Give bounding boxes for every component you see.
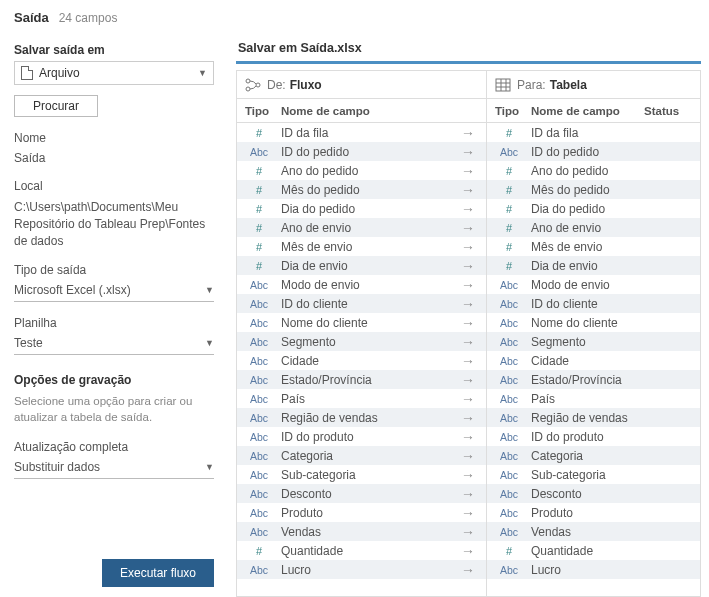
type-icon: Abc xyxy=(237,393,281,405)
table-row[interactable]: AbcProduto xyxy=(487,503,700,522)
table-row[interactable]: #Mês do pedido xyxy=(237,180,450,199)
chevron-down-icon: ▼ xyxy=(205,462,214,472)
table-row[interactable]: AbcDesconto xyxy=(487,484,700,503)
table-row[interactable]: AbcID do pedido xyxy=(237,142,450,161)
type-icon: # xyxy=(237,545,281,557)
output-type-value: Microsoft Excel (.xlsx) xyxy=(14,283,131,297)
table-row[interactable]: AbcVendas xyxy=(487,522,700,541)
table-row[interactable]: #Ano do pedido xyxy=(487,161,700,180)
type-icon: Abc xyxy=(487,374,531,386)
table-row[interactable]: AbcModo de envio xyxy=(487,275,700,294)
page-title: Saída xyxy=(14,10,49,25)
table-row[interactable]: AbcCategoria xyxy=(487,446,700,465)
arrow-icon: → xyxy=(450,503,486,522)
arrow-rows: →→→→→→→→→→→→→→→→→→→→→→→→ xyxy=(450,123,486,596)
table-row[interactable]: AbcEstado/Província xyxy=(237,370,450,389)
table-row[interactable]: AbcRegião de vendas xyxy=(237,408,450,427)
table-row[interactable]: AbcID do produto xyxy=(237,427,450,446)
table-row[interactable]: AbcEstado/Província xyxy=(487,370,700,389)
table-row[interactable]: AbcModo de envio xyxy=(237,275,450,294)
table-row[interactable]: #Mês do pedido xyxy=(487,180,700,199)
field-name: Lucro xyxy=(531,563,644,577)
table-row[interactable]: AbcCidade xyxy=(487,351,700,370)
flow-icon xyxy=(245,78,261,92)
arrow-icon: → xyxy=(450,408,486,427)
table-row[interactable]: AbcPaís xyxy=(237,389,450,408)
table-row[interactable]: AbcSub-categoria xyxy=(487,465,700,484)
full-refresh-select[interactable]: Substituir dados ▼ xyxy=(14,456,214,479)
field-name: Desconto xyxy=(281,487,450,501)
type-icon: Abc xyxy=(487,412,531,424)
browse-button[interactable]: Procurar xyxy=(14,95,98,117)
table-row[interactable]: AbcNome do cliente xyxy=(487,313,700,332)
table-row[interactable]: AbcLucro xyxy=(487,560,700,579)
table-row[interactable]: AbcDesconto xyxy=(237,484,450,503)
field-name: Segmento xyxy=(531,335,644,349)
table-icon xyxy=(495,78,511,92)
type-icon: # xyxy=(487,241,531,253)
location-label: Local xyxy=(14,179,214,193)
save-output-in-dropdown[interactable]: Arquivo ▼ xyxy=(14,61,214,85)
file-icon xyxy=(21,66,33,80)
table-row[interactable]: AbcID do produto xyxy=(487,427,700,446)
table-row[interactable]: #Quantidade xyxy=(487,541,700,560)
name-label: Nome xyxy=(14,131,214,145)
table-row[interactable]: AbcPaís xyxy=(487,389,700,408)
field-name: Ano do pedido xyxy=(281,164,450,178)
table-row[interactable]: #Dia do pedido xyxy=(237,199,450,218)
field-name: Vendas xyxy=(281,525,450,539)
type-icon: Abc xyxy=(237,279,281,291)
table-row[interactable]: #Dia de envio xyxy=(487,256,700,275)
table-row[interactable]: #Dia de envio xyxy=(237,256,450,275)
table-row[interactable]: AbcProduto xyxy=(237,503,450,522)
table-row[interactable]: AbcID do cliente xyxy=(487,294,700,313)
table-row[interactable]: #Dia do pedido xyxy=(487,199,700,218)
table-row[interactable]: #Mês de envio xyxy=(237,237,450,256)
mapping-panes: De: Fluxo Tipo Nome de campo #ID da fila… xyxy=(236,70,701,597)
table-row[interactable]: AbcSegmento xyxy=(237,332,450,351)
field-name: Estado/Província xyxy=(531,373,644,387)
table-row[interactable]: #Ano do pedido xyxy=(237,161,450,180)
table-row[interactable]: AbcVendas xyxy=(237,522,450,541)
output-type-label: Tipo de saída xyxy=(14,263,214,277)
from-label: De: xyxy=(267,78,286,92)
field-name: Nome do cliente xyxy=(531,316,644,330)
app-root: Saída 24 campos Salvar saída em Arquivo … xyxy=(0,0,709,597)
field-name: ID da fila xyxy=(281,126,450,140)
to-pane-header: Para: Tabela xyxy=(487,71,700,99)
output-type-select[interactable]: Microsoft Excel (.xlsx) ▼ xyxy=(14,279,214,302)
th-type: Tipo xyxy=(237,105,281,117)
arrow-icon: → xyxy=(450,427,486,446)
table-row[interactable]: AbcNome do cliente xyxy=(237,313,450,332)
table-row[interactable]: #Mês de envio xyxy=(487,237,700,256)
table-row[interactable]: AbcCidade xyxy=(237,351,450,370)
table-row[interactable]: #Quantidade xyxy=(237,541,450,560)
table-row[interactable]: AbcSub-categoria xyxy=(237,465,450,484)
type-icon: # xyxy=(487,127,531,139)
arrow-icon: → xyxy=(450,256,486,275)
table-row[interactable]: AbcID do cliente xyxy=(237,294,450,313)
table-row[interactable]: AbcLucro xyxy=(237,560,450,579)
table-row[interactable]: #ID da fila xyxy=(237,123,450,142)
arrow-col-head1 xyxy=(450,71,486,99)
sheet-select[interactable]: Teste ▼ xyxy=(14,332,214,355)
full-refresh-value: Substituir dados xyxy=(14,460,100,474)
field-name: Modo de envio xyxy=(531,278,644,292)
field-name: Lucro xyxy=(281,563,450,577)
table-row[interactable]: AbcCategoria xyxy=(237,446,450,465)
table-row[interactable]: #Ano de envio xyxy=(487,218,700,237)
full-refresh-label: Atualização completa xyxy=(14,440,214,454)
table-row[interactable]: #Ano de envio xyxy=(237,218,450,237)
run-flow-button[interactable]: Executar fluxo xyxy=(102,559,214,587)
type-icon: Abc xyxy=(487,488,531,500)
table-row[interactable]: AbcID do pedido xyxy=(487,142,700,161)
accent-line xyxy=(236,61,701,64)
table-row[interactable]: #ID da fila xyxy=(487,123,700,142)
type-icon: Abc xyxy=(237,431,281,443)
table-row[interactable]: AbcRegião de vendas xyxy=(487,408,700,427)
arrow-icon: → xyxy=(450,560,486,579)
arrow-icon: → xyxy=(450,199,486,218)
table-row[interactable]: AbcSegmento xyxy=(487,332,700,351)
field-name: Cidade xyxy=(281,354,450,368)
field-name: Produto xyxy=(531,506,644,520)
